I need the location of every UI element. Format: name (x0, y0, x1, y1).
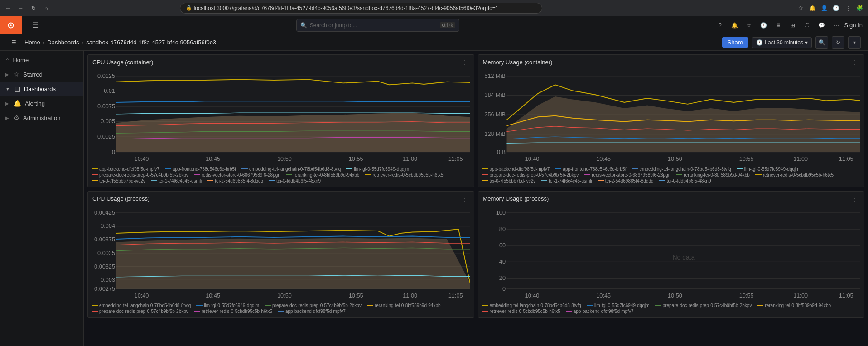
chevron-down-icon: ▾ (805, 39, 808, 46)
main-layout: ⌂ Home ▶ ☆ Starred ▼ ▦ Dashboards ▶ 🔔 Al… (0, 51, 868, 346)
legend-item[interactable]: embedding-tei-langchain-0-78bd54b6d8-8tv… (92, 303, 191, 308)
svg-text:128 MiB: 128 MiB (484, 130, 506, 137)
sidebar-label-home: Home (13, 57, 78, 63)
sidebar-item-administration[interactable]: ▶ ⚙ Administration (0, 111, 83, 125)
legend-item[interactable]: tei-1-74f6c4c45-gsmlj (541, 178, 592, 183)
more-icon[interactable]: ⋯ (830, 19, 843, 32)
legend-item[interactable]: llm-tgi-0-55d7fc6949-dqqjm (737, 167, 800, 172)
legend-item[interactable]: retriever-redis-0-5cbdb95c5b-h6tx5 (194, 309, 272, 314)
legend-item[interactable]: app-backend-dfcf98f5d-mpfv7 (278, 309, 346, 314)
bookmark-icon[interactable]: ☆ (743, 19, 756, 32)
legend-item[interactable]: tei-2-54d69885f4-8dgdq (598, 178, 654, 183)
apps-icon[interactable]: ⊞ (786, 19, 799, 32)
legend-item[interactable]: tei-0-7f55bbb7bd-jvc2v (92, 178, 145, 183)
search-bar[interactable]: 🔍 Search or jump to... ctrl+k (296, 19, 459, 32)
legend-item[interactable]: llm-tgi-0-55d7fc6949-dqqjm (346, 167, 409, 172)
legend-item[interactable]: app-backend-dfcf98f5d-mpfv7 (92, 167, 159, 172)
notifications-icon[interactable]: 🔔 (808, 4, 817, 13)
legend-item[interactable]: embedding-tei-langchain-0-78bd54b6d8-8tv… (241, 167, 341, 172)
chat-icon[interactable]: 💬 (815, 19, 828, 32)
svg-text:0 B: 0 B (497, 148, 505, 155)
legend-item[interactable]: llm-tgi-0-55d7fc6949-dqqjm (587, 303, 650, 308)
memory-container-legend: app-backend-dfcf98f5d-mpfv7 app-frontend… (478, 166, 864, 187)
legend-item[interactable]: retriever-redis-0-5cbdb95c5b-h6tx5 (482, 309, 560, 314)
back-button[interactable]: ← (4, 4, 13, 13)
memory-container-menu-button[interactable]: ⋮ (850, 58, 859, 67)
sidebar-toggle-button[interactable]: ☰ (7, 36, 20, 49)
legend-item[interactable]: tgi-0-fddb4b6f5-48xn9 (659, 178, 711, 183)
legend-item[interactable]: tei-0-7f55bbb7bd-jvc2v (482, 178, 536, 183)
profile-icon[interactable]: 👤 (820, 4, 829, 13)
legend-item[interactable]: llm-tgi-0-55d7fc6949-dqqjm (196, 303, 259, 308)
svg-text:10:45: 10:45 (206, 155, 220, 162)
clock-icon[interactable]: 🕐 (757, 19, 770, 32)
memory-process-menu-button[interactable]: ⋮ (850, 194, 859, 203)
sidebar-label-administration: Administration (23, 115, 78, 121)
svg-text:10:55: 10:55 (739, 292, 753, 298)
legend-item[interactable]: reranking-tei-0-8bf589b9d-94xbb (676, 173, 750, 178)
legend-item[interactable]: prepare-doc-redis-prep-0-57c4b9bf5b-2bkp… (265, 303, 362, 308)
share-button[interactable]: Share (722, 37, 749, 48)
zoom-button[interactable]: 🔍 (815, 36, 828, 49)
breadcrumb-home[interactable]: Home (24, 39, 40, 46)
svg-text:11:05: 11:05 (839, 155, 853, 162)
history-icon[interactable]: ⏱ (801, 19, 814, 32)
sidebar-item-alerting[interactable]: ▶ 🔔 Alerting (0, 96, 83, 111)
legend-item[interactable]: app-frontend-788c546c6c-brb5f (555, 167, 626, 172)
refresh-button[interactable]: ↻ (832, 36, 844, 49)
svg-text:10:45: 10:45 (206, 292, 220, 298)
legend-item[interactable]: app-backend-dfcf98f5d-mpfv7 (566, 309, 634, 314)
history-icon[interactable]: 🕐 (832, 4, 841, 13)
home-button[interactable]: ⌂ (42, 4, 51, 13)
legend-item[interactable]: reranking-tei-0-8bf589b9d-94xbb (757, 303, 831, 308)
url-bar[interactable]: 🔒 localhost:30007/grafana/d/d7676d4d-1f8… (180, 3, 542, 14)
breadcrumb-dashboards[interactable]: Dashboards (47, 39, 79, 46)
star-icon[interactable]: ☆ (796, 4, 805, 13)
sidebar-item-dashboards[interactable]: ▼ ▦ Dashboards (0, 82, 83, 96)
legend-item[interactable]: app-backend-dfcf98f5d-mpfv7 (482, 167, 550, 172)
cpu-process-menu-button[interactable]: ⋮ (460, 194, 469, 203)
cpu-container-menu-button[interactable]: ⋮ (460, 58, 469, 67)
cpu-process-chart: 0.00425 0.004 0.00375 0.0035 0.00325 0.0… (88, 205, 474, 303)
cpu-process-title: CPU Usage (process) (92, 195, 149, 202)
legend-item[interactable]: prepare-doc-redis-prep-0-57c4b9bf5b-2bkp… (482, 173, 579, 178)
legend-item[interactable]: tei-2-54d69885f4-8dgdq (207, 178, 263, 183)
forward-button[interactable]: → (16, 4, 25, 13)
time-range-button[interactable]: 🕐 Last 30 minutes ▾ (752, 37, 812, 48)
cpu-container-panel: CPU Usage (container) ⋮ 0.0125 0. (87, 54, 474, 187)
legend-item[interactable]: reranking-tei-0-8bf589b9d-94xbb (367, 303, 441, 308)
legend-item[interactable]: app-frontend-788c546c6c-brb5f (165, 167, 236, 172)
svg-text:10:50: 10:50 (277, 292, 292, 298)
legend-item[interactable]: retriever-redis-0-5cbdb95c5b-h6tx5 (755, 173, 834, 178)
svg-text:384 MiB: 384 MiB (484, 91, 506, 98)
legend-item[interactable]: tgi-0-fddb4b6f5-48xn9 (269, 178, 321, 183)
sign-in-button[interactable]: Sign In (844, 22, 863, 29)
bell-icon[interactable]: 🔔 (728, 19, 741, 32)
svg-text:0.0025: 0.0025 (97, 133, 115, 140)
legend-item[interactable]: redis-vector-store-0-68679589f6-28pgn (584, 173, 670, 178)
svg-text:10:55: 10:55 (739, 155, 753, 162)
help-icon[interactable]: ? (714, 19, 727, 32)
reload-button[interactable]: ↻ (29, 4, 38, 13)
legend-item[interactable]: redis-vector-store-0-68679589f6-28pgn (194, 173, 280, 178)
legend-item[interactable]: reranking-tei-0-8bf589b9d-94xbb (286, 173, 360, 178)
app-header: ☰ 🔍 Search or jump to... ctrl+k ? 🔔 ☆ 🕐 … (0, 16, 868, 34)
more-icon[interactable]: ⋮ (844, 4, 853, 13)
legend-item[interactable]: prepare-doc-redis-prep-0-57c4b9bf5b-2bkp… (655, 303, 752, 308)
legend-item[interactable]: embedding-tei-langchain-0-78bd54b6d8-8tv… (632, 167, 731, 172)
sidebar-item-home[interactable]: ⌂ Home (0, 53, 83, 67)
svg-text:0: 0 (502, 285, 505, 292)
administration-icon: ⚙ (14, 114, 19, 121)
legend-item[interactable]: embedding-tei-langchain-0-78bd54b6d8-8tv… (482, 303, 581, 308)
monitor-icon[interactable]: 🖥 (772, 19, 785, 32)
legend-item[interactable]: prepare-doc-redis-prep-0-57c4b9bf5b-2bkp… (92, 173, 188, 178)
svg-text:0.0125: 0.0125 (97, 72, 115, 79)
hamburger-icon[interactable]: ☰ (29, 19, 42, 32)
sidebar-item-starred[interactable]: ▶ ☆ Starred (0, 67, 83, 82)
refresh-interval-button[interactable]: ▾ (848, 36, 861, 49)
grafana-logo[interactable] (0, 16, 22, 34)
extension-icon[interactable]: 🧩 (855, 4, 864, 13)
legend-item[interactable]: prepare-doc-redis-prep-0-57c4b9bf5b-2bkp… (92, 309, 188, 314)
legend-item[interactable]: tei-1-74f6c4c45-gsmlj (151, 178, 202, 183)
legend-item[interactable]: retriever-redis-0-5cbdb95c5b-h6tx5 (365, 173, 443, 178)
